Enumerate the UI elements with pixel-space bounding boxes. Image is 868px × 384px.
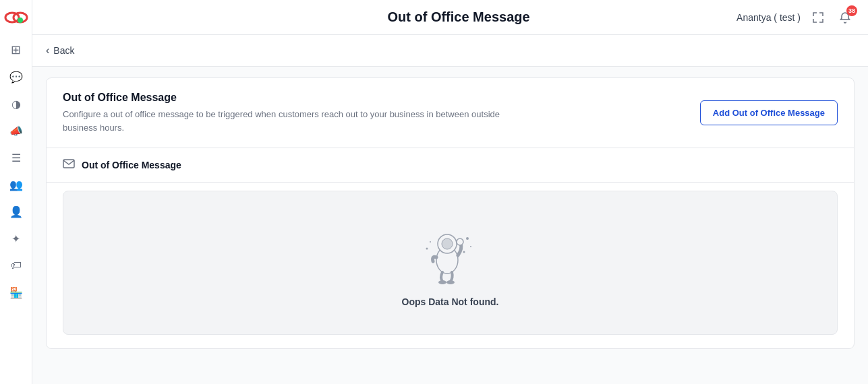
sidebar-item-chat[interactable]: 💬: [4, 65, 28, 89]
svg-point-2: [18, 18, 23, 23]
sidebar: ⊞ 💬 ◑ 📣 ☰ 👥 👤 ✦ 🏷 🏪: [0, 0, 32, 384]
back-button[interactable]: ‹ Back: [32, 35, 868, 67]
sidebar-item-profile[interactable]: 👤: [4, 199, 28, 224]
sidebar-item-contacts[interactable]: 👥: [4, 172, 28, 197]
svg-point-8: [438, 280, 446, 284]
content-area: ‹ Back Out of Office Message Configure a…: [32, 35, 868, 384]
header-user: Anantya ( test ): [736, 12, 801, 23]
section-label: Out of Office Message: [82, 160, 181, 170]
notification-icon[interactable]: 38: [836, 8, 855, 27]
card-description: Configure a out of office message to be …: [63, 108, 535, 134]
sidebar-item-home[interactable]: ⊞: [4, 38, 28, 62]
card-main-title: Out of Office Message: [63, 92, 535, 104]
svg-point-12: [470, 246, 471, 247]
card-header-text: Out of Office Message Configure a out of…: [63, 92, 535, 134]
sidebar-item-store[interactable]: 🏪: [4, 280, 28, 305]
svg-point-6: [442, 238, 453, 249]
svg-point-13: [426, 248, 428, 250]
svg-point-9: [446, 280, 455, 284]
page-title: Out of Office Message: [181, 9, 736, 25]
card-header: Out of Office Message Configure a out of…: [47, 78, 854, 148]
sidebar-item-integrations[interactable]: ✦: [4, 226, 28, 251]
sidebar-item-campaigns[interactable]: 📣: [4, 119, 28, 143]
fullscreen-icon[interactable]: [809, 8, 828, 27]
empty-state: Oops Data Not found.: [63, 191, 838, 335]
svg-point-10: [466, 237, 469, 240]
svg-rect-3: [63, 160, 74, 168]
notification-badge: 38: [846, 5, 857, 16]
empty-illustration: [417, 218, 484, 286]
back-label: Back: [53, 45, 74, 56]
app-logo: [4, 5, 28, 30]
envelope-icon: [63, 159, 75, 171]
sidebar-item-reports[interactable]: ☰: [4, 146, 28, 170]
svg-point-11: [463, 251, 465, 253]
top-header: Out of Office Message Anantya ( test ) 3…: [32, 0, 868, 35]
add-out-of-office-button[interactable]: Add Out of Office Message: [700, 100, 838, 125]
back-chevron-icon: ‹: [46, 44, 49, 57]
svg-point-7: [457, 238, 463, 245]
svg-point-14: [430, 241, 431, 243]
main-area: Out of Office Message Anantya ( test ) 3…: [32, 0, 868, 384]
sidebar-item-analytics[interactable]: ◑: [4, 92, 28, 116]
sidebar-item-tags[interactable]: 🏷: [4, 253, 28, 278]
out-of-office-card: Out of Office Message Configure a out of…: [46, 77, 855, 349]
section-header: Out of Office Message: [47, 148, 854, 183]
empty-text: Oops Data Not found.: [402, 296, 499, 307]
header-right: Anantya ( test ) 38: [736, 8, 855, 27]
